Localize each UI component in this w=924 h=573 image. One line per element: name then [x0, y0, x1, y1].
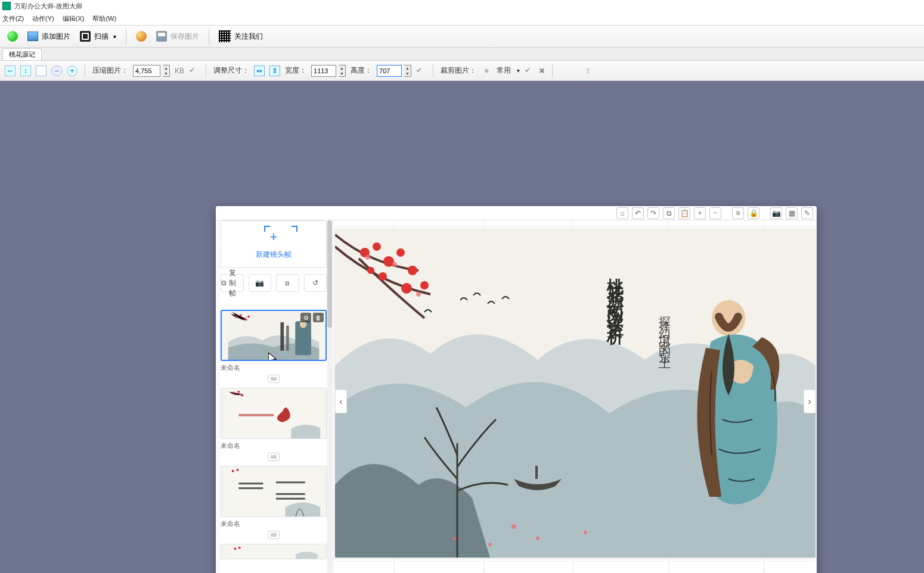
thumbnail-item[interactable]: ⚙ 🗑 — [221, 310, 327, 361]
main-toolbar: 添加图片 扫描 ▾ 保存图片 关注我们 — [0, 25, 924, 48]
thumbnail-name: 未命名 — [221, 363, 327, 372]
workspace: ⌂ ↶ ↷ ⧉ 📋 ＋ － ≡ 🔒 📷 ▦ ✎ + 新建镜头帧 ⋮ ⧉ — [0, 81, 924, 573]
export-icon[interactable]: ⇪ — [582, 66, 593, 76]
paste-icon[interactable]: 📋 — [678, 207, 690, 219]
copy-frame-label: 复制帧 — [229, 268, 243, 298]
ruler-top — [334, 220, 817, 226]
menu-file[interactable]: 文件(Z) — [2, 14, 24, 23]
snapshot-button[interactable]: 📷 — [249, 274, 272, 292]
thumb-delete-icon[interactable]: 🗑 — [313, 313, 324, 322]
thumbnail-item[interactable] — [221, 544, 327, 559]
compress-label: 压缩图片： — [92, 66, 128, 76]
new-frame-label: 新建镜头帧 — [256, 250, 292, 260]
copy-icon[interactable]: ⧉ — [663, 207, 675, 219]
layout-icon[interactable]: ▦ — [786, 207, 798, 219]
thumbnail-preview — [221, 544, 326, 559]
undo-icon[interactable]: ↶ — [632, 207, 644, 219]
svg-point-24 — [238, 547, 241, 549]
document-tab-label: 桃花源记 — [9, 51, 35, 58]
svg-rect-13 — [238, 414, 274, 416]
add-image-label: 添加图片 — [42, 32, 70, 42]
menu-action[interactable]: 动作(Y) — [32, 14, 54, 23]
svg-rect-20 — [276, 493, 305, 495]
fit-height-icon[interactable]: ↕ — [20, 66, 31, 76]
svg-point-15 — [232, 470, 234, 472]
step2-icon — [136, 31, 147, 42]
zoom-out-icon[interactable]: − — [51, 66, 62, 76]
thumbnail-item[interactable] — [221, 466, 327, 517]
svg-point-4 — [247, 316, 250, 318]
add-image-button[interactable]: 添加图片 — [25, 30, 73, 43]
panel-scrollbar[interactable] — [327, 220, 333, 573]
svg-point-42 — [584, 531, 587, 534]
loop-button[interactable]: ↺ — [304, 274, 327, 292]
scan-button[interactable]: 扫描 ▾ — [77, 30, 119, 43]
link-frames-button[interactable]: ⧈ — [276, 274, 299, 292]
svg-rect-19 — [276, 481, 305, 483]
save-image-button[interactable]: 保存图片 — [154, 30, 201, 43]
svg-rect-21 — [276, 498, 305, 500]
fit-width-icon[interactable]: ↔ — [5, 66, 15, 76]
menu-edit[interactable]: 编辑(X) — [63, 14, 85, 23]
lock-icon[interactable]: 🔒 — [748, 207, 759, 219]
svg-point-2 — [240, 314, 242, 317]
zoom-in-icon[interactable]: + — [67, 66, 77, 76]
chevron-down-icon: ▾ — [113, 33, 116, 40]
copy-frame-button[interactable]: ⧉ 复制帧 — [221, 274, 244, 292]
thumbnail-preview — [221, 388, 326, 438]
toolbar-separator — [552, 64, 553, 77]
new-frame-button[interactable]: + 新建镜头帧 — [221, 220, 327, 268]
redo-icon[interactable]: ↷ — [647, 207, 659, 219]
svg-point-30 — [396, 248, 405, 257]
crop-label: 裁剪图片： — [441, 66, 476, 76]
cancel-crop-icon[interactable]: ✖ — [539, 67, 545, 75]
edit-toolbar: ↔ ↕ − + 压缩图片： ▲▼ KB ✔ 调整尺寸： ⇔ ⇕ 宽度： ▲▼ 高… — [0, 61, 924, 81]
home-icon[interactable]: ⌂ — [616, 207, 628, 219]
toolbar-separator — [85, 64, 85, 77]
resize-label: 调整尺寸： — [213, 66, 249, 76]
svg-rect-8 — [286, 326, 289, 351]
zoom-out-icon[interactable]: － — [709, 207, 721, 219]
thumbnail-list: 01 — [221, 310, 327, 573]
height-input[interactable] — [377, 65, 402, 77]
follow-us-button[interactable]: 关注我们 — [216, 29, 265, 43]
svg-point-40 — [536, 537, 539, 540]
save-icon — [156, 31, 167, 42]
apply-crop-icon[interactable]: ✔ — [525, 66, 534, 76]
duration-pill[interactable] — [268, 453, 280, 461]
apply-resize-icon[interactable]: ✔ — [416, 66, 426, 76]
crop-icon[interactable]: ⌗ — [481, 66, 492, 76]
svg-point-43 — [452, 537, 456, 540]
height-stepper[interactable]: ▲▼ — [404, 65, 411, 77]
save-image-label: 保存图片 — [170, 32, 199, 42]
compress-input[interactable] — [133, 65, 160, 77]
svg-point-31 — [408, 266, 417, 275]
crop-preset-label[interactable]: 常用 — [497, 66, 511, 76]
width-stepper[interactable]: ▲▼ — [339, 65, 346, 77]
blank-page-icon[interactable] — [36, 66, 46, 76]
camera-icon[interactable]: 📷 — [770, 207, 782, 219]
duration-pill[interactable] — [268, 531, 280, 539]
expand-width-icon[interactable]: ⇔ — [254, 66, 265, 76]
next-slide-button[interactable]: › — [804, 390, 816, 413]
svg-point-11 — [237, 391, 240, 393]
align-icon[interactable]: ≡ — [732, 207, 744, 219]
step2-button[interactable] — [134, 30, 149, 43]
menu-help[interactable]: 帮助(W) — [92, 14, 116, 23]
slide-artwork — [335, 229, 816, 558]
duration-pill[interactable] — [268, 375, 280, 383]
follow-us-label: 关注我们 — [234, 32, 263, 42]
width-input[interactable] — [311, 65, 336, 77]
thumbnail-item[interactable] — [221, 388, 327, 439]
zoom-in-icon[interactable]: ＋ — [694, 207, 706, 219]
slide-content[interactable]: 桃花源记阅读赏析 探寻幻境中的乐土 — [335, 229, 816, 558]
apply-compress-icon[interactable]: ✔ — [189, 66, 199, 76]
document-tab[interactable]: 桃花源记 — [2, 48, 42, 60]
thumb-settings-icon[interactable]: ⚙ — [300, 313, 311, 322]
svg-rect-7 — [280, 322, 284, 351]
edit-icon[interactable]: ✎ — [801, 207, 813, 219]
compress-stepper[interactable]: ▲▼ — [163, 65, 170, 77]
prev-slide-button[interactable]: ‹ — [335, 390, 347, 413]
step1-button[interactable] — [5, 30, 20, 43]
expand-height-icon[interactable]: ⇕ — [269, 66, 280, 76]
